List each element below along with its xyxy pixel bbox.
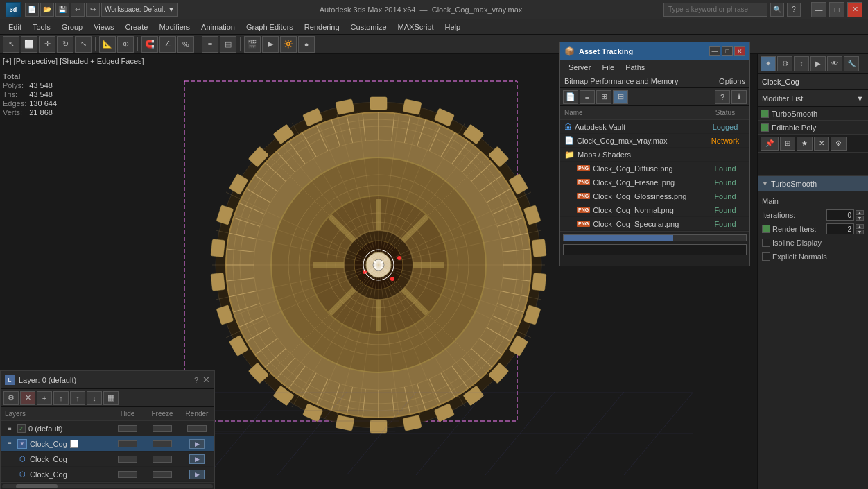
render-setup[interactable]: 🎬 — [244, 36, 261, 53]
asset-tb-btn3[interactable]: ⊞ — [596, 90, 611, 104]
layer-expand-icon[interactable]: ▼ — [17, 439, 27, 449]
angle-snap[interactable]: ∠ — [159, 36, 176, 53]
menu-help[interactable]: Help — [440, 19, 467, 35]
list-item[interactable]: 📁 Maps / Shaders — [560, 148, 749, 162]
layer-active-check[interactable]: ✓ — [17, 424, 26, 433]
hierarchy-tab-icon[interactable]: ↕ — [794, 56, 809, 71]
redo-btn[interactable]: ↪ — [86, 3, 100, 17]
open-file-btn[interactable]: 📂 — [40, 3, 54, 17]
table-row[interactable]: ≡ ✓ 0 (default) — [1, 421, 214, 436]
layers-help-btn[interactable]: ? — [194, 376, 198, 384]
list-item[interactable]: PNG Clock_Cog_Diffuse.png Found — [560, 162, 749, 175]
modifier-turbosmooth[interactable]: TurboSmooth — [758, 107, 868, 121]
ribbon-tool[interactable]: ▤ — [220, 36, 236, 53]
menu-edit[interactable]: Edit — [3, 19, 27, 35]
layer-manager[interactable]: ≡ — [202, 36, 218, 53]
display-tab-icon[interactable]: 👁 — [827, 56, 842, 71]
active-shade[interactable]: 🔆 — [280, 36, 297, 53]
rotate-tool[interactable]: ↻ — [57, 36, 73, 53]
remove-modifier-btn[interactable]: ✕ — [814, 137, 829, 151]
asset-menu-paths[interactable]: Paths — [620, 60, 650, 74]
layers-settings-btn[interactable]: ⚙ — [3, 391, 19, 405]
asset-tb-btn4[interactable]: ⊟ — [613, 90, 628, 104]
turbosmooth-checkbox[interactable] — [761, 110, 769, 118]
maximize-btn[interactable]: □ — [829, 2, 844, 17]
render-iters-input[interactable] — [826, 223, 854, 234]
menu-group[interactable]: Group — [56, 19, 89, 35]
menu-modifiers[interactable]: Modifiers — [153, 19, 196, 35]
pivot-tool[interactable]: ⊕ — [117, 36, 134, 53]
layers-collapse-btn[interactable]: ▦ — [103, 391, 119, 405]
menu-create[interactable]: Create — [119, 19, 153, 35]
modifier-editablepoly[interactable]: Editable Poly — [758, 121, 868, 135]
list-item[interactable]: PNG Clock_Cog_Fresnel.png Found — [560, 175, 749, 189]
config-btn[interactable]: ⚙ — [831, 137, 847, 151]
menu-tools[interactable]: Tools — [27, 19, 56, 35]
modify-tab-icon[interactable]: ⚙ — [777, 56, 792, 71]
table-row[interactable]: ≡ ▼ Clock_Cog ▶ — [1, 436, 214, 452]
layers-add-btn[interactable]: + — [37, 391, 52, 405]
select-tool[interactable]: ↖ — [3, 36, 19, 53]
render-iters-checkbox[interactable] — [762, 225, 770, 233]
asset-tb-btn1[interactable]: 📄 — [563, 90, 578, 104]
layers-move-up-btn[interactable]: ↑ — [70, 391, 85, 405]
minimize-btn[interactable]: — — [811, 2, 826, 17]
table-row[interactable]: ⬡ Clock_Cog ▶ — [1, 467, 214, 482]
layers-move-down-btn[interactable]: ↓ — [87, 391, 102, 405]
menu-customize[interactable]: Customize — [345, 19, 392, 35]
asset-restore-btn[interactable]: □ — [722, 46, 733, 56]
list-item[interactable]: 🏛 Autodesk Vault Logged — [560, 120, 749, 134]
menu-maxscript[interactable]: MAXScript — [392, 19, 440, 35]
iterations-input[interactable] — [826, 209, 854, 221]
list-item[interactable]: PNG Clock_Cog_Normal.png Found — [560, 203, 749, 217]
snap-toggle[interactable]: 🧲 — [141, 36, 158, 53]
reference-coord-tool[interactable]: 📐 — [99, 36, 116, 53]
isoline-checkbox[interactable] — [762, 239, 770, 247]
create-tab-icon[interactable]: ✦ — [761, 56, 776, 71]
undo-btn[interactable]: ↩ — [71, 3, 85, 17]
motion-tab-icon[interactable]: ▶ — [810, 56, 826, 71]
collapse-arrow-icon[interactable]: ▼ — [762, 180, 768, 187]
list-item[interactable]: PNG Clock_Cog_Glossiness.png Found — [560, 189, 749, 203]
asset-path-input[interactable] — [563, 244, 747, 255]
menu-graph-editors[interactable]: Graph Editors — [241, 19, 299, 35]
table-row[interactable]: ⬡ Clock_Cog ▶ — [1, 452, 214, 467]
scale-tool[interactable]: ⤡ — [75, 36, 92, 53]
render-iters-down[interactable]: ▼ — [856, 230, 864, 234]
help-btn[interactable]: ? — [787, 3, 801, 17]
list-item[interactable]: PNG Clock_Cog_Specular.png Found — [560, 217, 749, 231]
layers-delete-btn[interactable]: ✕ — [20, 391, 35, 405]
menu-animation[interactable]: Animation — [196, 19, 241, 35]
close-btn[interactable]: ✕ — [847, 2, 862, 17]
modifier-list-dropdown-icon[interactable]: ▼ — [856, 94, 864, 103]
search-btn[interactable]: 🔍 — [770, 3, 784, 17]
scrollbar-thumb[interactable] — [16, 484, 58, 488]
asset-options-label[interactable]: Options — [719, 77, 745, 85]
asset-close-btn[interactable]: ✕ — [734, 46, 745, 56]
asset-menu-file[interactable]: File — [596, 60, 620, 74]
asset-tb-btn2[interactable]: ≡ — [580, 90, 595, 104]
workspace-selector[interactable]: Workspace: Default ▼ — [101, 3, 178, 17]
material-editor[interactable]: ● — [298, 36, 315, 53]
layers-scrollbar[interactable] — [1, 482, 214, 489]
explicit-checkbox[interactable] — [762, 252, 770, 261]
select-region-tool[interactable]: ⬜ — [21, 36, 37, 53]
list-item[interactable]: 📄 Clock_Cog_max_vray.max Network — [560, 134, 749, 148]
asset-menu-server[interactable]: Server — [563, 60, 596, 74]
make-unique-btn[interactable]: ★ — [797, 137, 813, 151]
layers-close-btn[interactable]: ✕ — [202, 375, 210, 385]
layers-select-btn[interactable]: ↑ — [53, 391, 69, 405]
save-file-btn[interactable]: 💾 — [55, 3, 69, 17]
iterations-up[interactable]: ▲ — [856, 210, 864, 215]
new-file-btn[interactable]: 📄 — [25, 3, 39, 17]
iterations-down[interactable]: ▼ — [856, 216, 864, 221]
render-iters-up[interactable]: ▲ — [856, 224, 864, 229]
move-tool[interactable]: ✛ — [39, 36, 55, 53]
asset-tb-info[interactable]: ℹ — [731, 90, 747, 104]
render-btn[interactable]: ▶ — [262, 36, 279, 53]
show-end-result-btn[interactable]: ⊞ — [780, 137, 795, 151]
asset-tb-help[interactable]: ? — [715, 90, 730, 104]
pin-stack-btn[interactable]: 📌 — [761, 137, 779, 151]
menu-rendering[interactable]: Rendering — [299, 19, 345, 35]
search-input[interactable] — [663, 3, 767, 17]
